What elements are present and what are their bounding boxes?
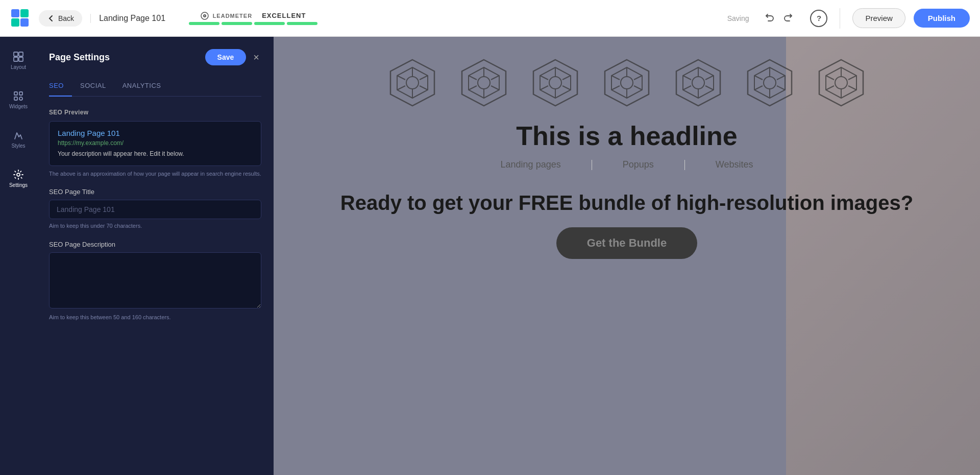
hex-icon-6: [744, 57, 795, 108]
svg-line-75: [848, 86, 856, 90]
svg-line-77: [826, 86, 834, 90]
page-title: Landing Page 101: [90, 14, 165, 23]
cta-button[interactable]: Get the Bundle: [556, 227, 697, 259]
svg-rect-12: [19, 92, 22, 95]
svg-line-29: [491, 76, 499, 80]
cta-section: Ready to get your FREE bundle of high-re…: [340, 191, 913, 259]
svg-rect-8: [19, 52, 23, 56]
svg-line-21: [420, 86, 428, 90]
category-divider-2: [684, 160, 685, 170]
leadmeter-icon: [201, 12, 209, 20]
layout-icon: [13, 51, 24, 62]
svg-rect-7: [14, 52, 18, 56]
panel-title: Page Settings: [49, 52, 110, 63]
svg-line-68: [754, 86, 763, 90]
svg-rect-9: [14, 57, 18, 61]
hex-icon-7: [816, 57, 867, 108]
tab-analytics-label: ANALYTICS: [122, 82, 161, 89]
svg-point-63: [764, 77, 776, 89]
app-logo: [10, 8, 31, 29]
redo-button[interactable]: [780, 9, 797, 28]
svg-line-50: [611, 86, 620, 90]
svg-line-39: [562, 86, 571, 90]
settings-icon: [13, 169, 24, 180]
svg-line-32: [469, 86, 477, 90]
seo-preview-box: Landing Page 101 https://my.example.com/…: [49, 121, 261, 166]
svg-point-72: [835, 77, 847, 89]
seo-desc-input[interactable]: [49, 252, 261, 308]
svg-line-24: [397, 76, 405, 80]
seo-title-hint: Aim to keep this under 70 characters.: [49, 222, 261, 230]
back-label: Back: [58, 14, 74, 22]
sidebar-item-styles[interactable]: Styles: [3, 126, 34, 153]
preview-button[interactable]: Preview: [852, 8, 905, 28]
svg-line-69: [754, 76, 763, 80]
svg-point-54: [692, 77, 704, 89]
category-popups: Popups: [623, 159, 654, 170]
seo-title-label: SEO Page Title: [49, 188, 261, 196]
sidebar-label-styles: Styles: [11, 143, 25, 149]
svg-line-38: [562, 76, 571, 80]
svg-rect-2: [11, 18, 19, 27]
svg-point-27: [478, 77, 490, 89]
svg-line-74: [848, 76, 856, 80]
svg-line-59: [683, 86, 691, 90]
topbar: Back Landing Page 101 LEADMETER EXCELLEN…: [0, 0, 980, 37]
svg-point-45: [621, 77, 633, 89]
svg-line-65: [777, 76, 785, 80]
publish-label: Publish: [928, 14, 955, 22]
publish-button[interactable]: Publish: [914, 9, 970, 28]
sidebar-label-widgets: Widgets: [9, 104, 28, 109]
seo-desc-hint: Aim to keep this between 50 and 160 char…: [49, 314, 261, 321]
seo-preview-url: https://my.example.com/: [58, 139, 253, 147]
svg-line-56: [705, 76, 714, 80]
svg-point-14: [19, 97, 22, 100]
sidebar-item-widgets[interactable]: Widgets: [3, 86, 34, 113]
svg-line-78: [826, 76, 834, 80]
svg-rect-13: [14, 97, 17, 100]
seo-title-input[interactable]: [49, 200, 261, 219]
hex-icons-row: [387, 57, 867, 108]
saving-status: Saving: [727, 14, 749, 22]
leadmeter-divider: [256, 13, 258, 19]
tab-social[interactable]: SOCIAL: [72, 78, 114, 97]
lm-bar-2: [222, 22, 252, 25]
help-button[interactable]: ?: [810, 10, 827, 27]
undo-button[interactable]: [761, 9, 777, 28]
sidebar-item-settings[interactable]: Settings: [3, 165, 34, 192]
sidebar-item-layout[interactable]: Layout: [3, 47, 34, 74]
back-button[interactable]: Back: [39, 10, 82, 27]
svg-line-30: [491, 86, 499, 90]
svg-rect-0: [11, 9, 19, 17]
hex-icon-1: [387, 57, 438, 108]
hex-icon-3: [530, 57, 581, 108]
tab-seo-label: SEO: [49, 82, 64, 89]
leadmeter-bars: [189, 22, 317, 25]
lm-bar-4: [287, 22, 317, 25]
lm-bar-1: [189, 22, 219, 25]
main-area: Layout Widgets Styles Settings: [0, 37, 980, 475]
divider: [840, 8, 840, 29]
cta-headline: Ready to get your FREE bundle of high-re…: [340, 191, 913, 215]
tab-social-label: SOCIAL: [80, 82, 106, 89]
svg-point-18: [406, 77, 419, 89]
sidebar-label-layout: Layout: [11, 64, 26, 70]
svg-rect-11: [14, 92, 17, 95]
hex-icon-4: [601, 57, 652, 108]
save-button[interactable]: Save: [205, 49, 247, 65]
svg-line-51: [611, 76, 620, 80]
settings-panel: Page Settings Save × SEO SOCIAL ANALYTIC…: [37, 37, 274, 475]
seo-preview-description: Your description will appear here. Edit …: [58, 150, 253, 158]
close-button[interactable]: ×: [251, 50, 261, 64]
svg-line-60: [683, 76, 691, 80]
svg-line-57: [705, 86, 714, 90]
tab-seo[interactable]: SEO: [49, 78, 72, 97]
canvas-area: This is a headline Landing pages Popups …: [274, 37, 980, 475]
svg-line-48: [634, 86, 642, 90]
tab-analytics[interactable]: ANALYTICS: [114, 78, 169, 97]
seo-preview-title: Landing Page 101: [58, 129, 253, 137]
category-divider-1: [592, 160, 592, 170]
page-preview: This is a headline Landing pages Popups …: [274, 37, 980, 475]
save-label: Save: [217, 53, 234, 61]
svg-point-15: [17, 173, 20, 176]
